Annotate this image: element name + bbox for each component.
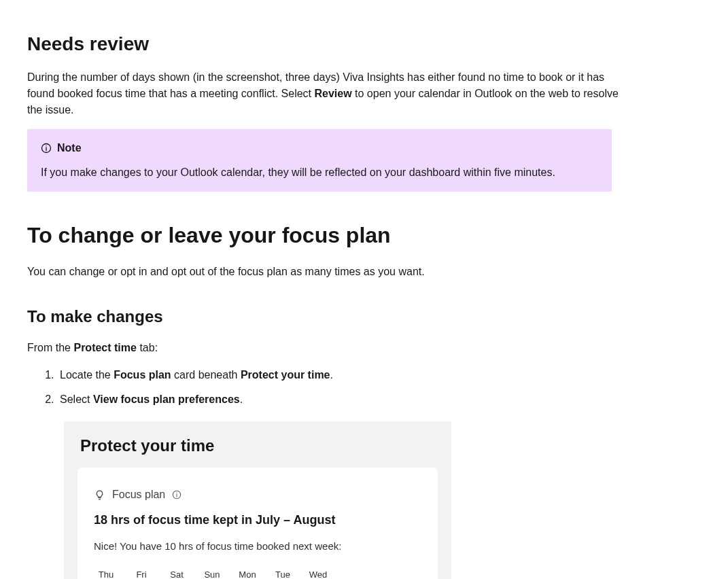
lightbulb-icon — [94, 489, 105, 501]
intro-post: tab: — [137, 342, 158, 353]
day-label: Sun — [204, 568, 220, 580]
days-row: ThuFriSatSunMonTueWed — [94, 568, 421, 580]
note-label: Note — [57, 140, 82, 156]
change-leave-heading: To change or leave your focus plan — [27, 219, 701, 251]
card-header: Focus plan — [94, 487, 421, 503]
card-title: 18 hrs of focus time kept in July – Augu… — [94, 511, 421, 529]
day-label: Thu — [99, 568, 114, 580]
svg-point-2 — [46, 145, 46, 146]
focus-plan-card: Focus plan 18 hrs of focus time kept in … — [77, 468, 438, 579]
screenshot-panel: Protect your time Focus plan 18 hrs of f… — [64, 421, 451, 579]
make-changes-heading: To make changes — [27, 304, 701, 329]
day-label: Sat — [170, 568, 184, 580]
day-label: Fri — [136, 568, 146, 580]
make-changes-intro: From the Protect time tab: — [27, 340, 625, 356]
list-item: Locate the Focus plan card beneath Prote… — [57, 367, 701, 383]
day-column: Wed — [306, 568, 330, 580]
day-column: Fri — [129, 568, 154, 580]
change-leave-paragraph: You can change or opt in and opt out of … — [27, 264, 625, 280]
steps-list: Locate the Focus plan card beneath Prote… — [27, 367, 701, 408]
screenshot-title: Protect your time — [64, 434, 451, 468]
needs-review-heading: Needs review — [27, 30, 701, 58]
day-label: Tue — [275, 568, 290, 580]
day-label: Wed — [309, 568, 328, 580]
list-item: Select View focus plan preferences. — [57, 391, 701, 408]
info-icon[interactable] — [172, 490, 181, 499]
day-column: Sun — [200, 568, 224, 580]
note-header: Note — [41, 140, 598, 156]
card-subtitle: Nice! You have 10 hrs of focus time book… — [94, 539, 421, 555]
info-icon — [41, 143, 52, 154]
note-box: Note If you make changes to your Outlook… — [27, 129, 612, 192]
intro-pre: From the — [27, 342, 73, 353]
svg-point-5 — [177, 492, 177, 493]
para1-bold: Review — [314, 88, 351, 99]
day-label: Mon — [239, 568, 256, 580]
day-column: Mon — [235, 568, 260, 580]
card-header-label: Focus plan — [112, 487, 165, 503]
day-column: Thu — [94, 568, 118, 580]
day-column: Tue — [271, 568, 295, 580]
intro-bold: Protect time — [73, 342, 136, 353]
needs-review-paragraph: During the number of days shown (in the … — [27, 69, 625, 118]
day-column: Sat — [164, 568, 189, 580]
note-body: If you make changes to your Outlook cale… — [41, 164, 598, 181]
